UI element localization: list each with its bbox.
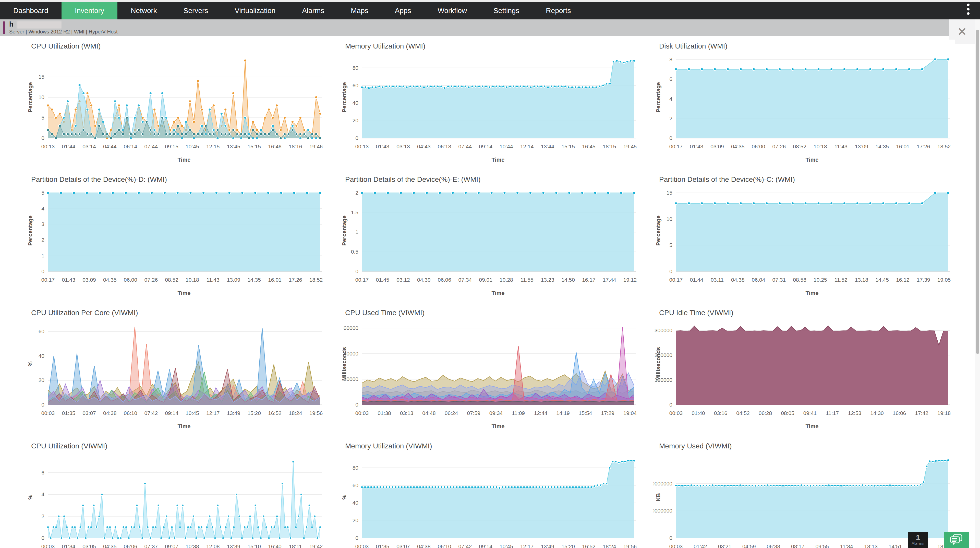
chart-plot-5[interactable]: 00.511.5200:1701:4503:1204:3906:0607:340… [339,186,641,298]
svg-text:0: 0 [41,268,45,274]
chart-title: Partition Details of the Device(%)-E: (W… [339,173,641,186]
nav-item-network[interactable]: Network [118,2,170,19]
svg-text:06:13: 06:13 [438,143,451,150]
svg-text:03:09: 03:09 [710,143,724,150]
chart-plot-6[interactable]: 05101500:1701:4403:1104:3806:0407:3108:5… [654,186,955,298]
svg-text:6: 6 [41,470,45,475]
chart-card-11: Memory Utilization (VIWMI)02040608000:03… [339,440,641,548]
chart-title: Partition Details of the Device(%)-C: (W… [654,173,955,186]
svg-text:13:13: 13:13 [864,543,878,548]
nav-item-maps[interactable]: Maps [337,2,381,19]
nav-item-workflow[interactable]: Workflow [425,2,480,19]
svg-text:17:44: 17:44 [603,277,616,283]
chat-icon [950,534,963,546]
chart-card-8: CPU Used Time (VIWMI)020000400006000000:… [339,306,641,429]
svg-text:17:42: 17:42 [915,410,928,416]
svg-text:300000: 300000 [654,327,672,333]
nav-item-alarms[interactable]: Alarms [289,2,337,19]
svg-text:10: 10 [667,216,672,222]
chart-card-9: CPU Idle Time (VIWMI)0100000200000300000… [654,306,955,429]
svg-text:12:08: 12:08 [206,543,220,548]
svg-text:KB: KB [655,493,662,501]
svg-text:04:38: 04:38 [417,543,431,548]
svg-text:16:17: 16:17 [582,277,595,283]
chart-plot-10[interactable]: 024600:0301:3403:0504:3506:0607:3709:071… [25,452,327,548]
svg-text:19:18: 19:18 [937,410,951,416]
svg-text:0: 0 [669,135,672,141]
chart-card-5: Partition Details of the Device(%)-E: (W… [339,173,641,295]
svg-text:13:45: 13:45 [227,143,240,150]
chart-plot-2[interactable]: 02040608000:1301:4303:1304:4306:1307:440… [339,53,641,165]
chat-button[interactable] [944,532,969,548]
svg-text:00:03: 00:03 [41,410,55,416]
nav-item-virtualization[interactable]: Virtualization [221,2,289,19]
svg-text:18:52: 18:52 [937,143,951,150]
svg-text:%: % [341,495,347,500]
chart-plot-1[interactable]: 05101500:1301:4403:1404:4406:1407:4409:1… [25,53,327,165]
svg-text:06:04: 06:04 [752,277,765,283]
svg-text:10:45: 10:45 [186,410,199,416]
svg-text:09:55: 09:55 [815,543,829,548]
svg-text:2: 2 [669,115,672,121]
svg-text:1.5: 1.5 [351,209,358,215]
svg-text:04:44: 04:44 [103,143,117,150]
nav-item-servers[interactable]: Servers [170,2,221,19]
svg-text:17:26: 17:26 [289,277,302,283]
svg-text:Time: Time [806,423,819,430]
chart-plot-11[interactable]: 02040608000:0301:3503:0704:3806:1007:420… [339,452,641,548]
svg-text:13:49: 13:49 [541,543,554,548]
svg-text:0: 0 [355,268,358,274]
svg-text:5: 5 [669,242,672,248]
svg-text:60: 60 [353,483,358,488]
chart-plot-7[interactable]: 020406000:0301:3503:0704:3806:1007:4209:… [25,319,327,431]
svg-text:10:45: 10:45 [186,143,199,150]
alarm-badge[interactable]: 1 Alarms [908,532,928,548]
svg-text:19:05: 19:05 [937,277,951,283]
chart-plot-8[interactable]: 020000400006000000:0301:3803:1304:4806:2… [339,319,641,431]
svg-text:13:39: 13:39 [227,543,240,548]
svg-text:16:52: 16:52 [582,543,595,548]
svg-text:10:25: 10:25 [814,277,827,283]
chart-plot-4[interactable]: 01234500:1701:4303:0904:3506:0007:2608:5… [25,186,327,298]
svg-text:04:35: 04:35 [103,543,117,548]
svg-text:03:16: 03:16 [714,410,727,416]
svg-text:0: 0 [355,135,358,141]
chart-plot-9[interactable]: 010000020000030000000:0301:4003:1604:520… [654,319,955,431]
nav-item-reports[interactable]: Reports [533,2,584,19]
redacted-hostname [17,21,62,29]
svg-text:06:06: 06:06 [438,277,451,283]
svg-text:12:14: 12:14 [520,143,534,150]
kebab-menu-icon[interactable] [966,3,971,15]
svg-text:10:45: 10:45 [500,543,513,548]
svg-text:07:44: 07:44 [145,143,158,150]
svg-text:Percentage: Percentage [27,82,33,113]
chart-plot-3[interactable]: 0246800:1701:4303:0904:3506:0007:2608:52… [654,53,955,165]
svg-text:12:17: 12:17 [520,543,534,548]
svg-text:60000: 60000 [344,325,358,331]
scrollbar-thumb[interactable] [976,30,979,354]
chart-card-7: CPU Utilization Per Core (VIWMI)02040600… [25,306,327,429]
scrollbar-track[interactable] [975,19,980,548]
svg-text:12:17: 12:17 [206,410,220,416]
svg-text:14:30: 14:30 [870,410,884,416]
svg-text:07:59: 07:59 [467,410,480,416]
svg-text:04:39: 04:39 [417,277,431,283]
svg-text:00:13: 00:13 [355,143,369,150]
svg-text:06:10: 06:10 [438,543,451,548]
svg-text:07:37: 07:37 [145,543,158,548]
svg-text:20: 20 [353,517,358,523]
svg-text:11:34: 11:34 [840,543,853,548]
svg-text:Percentage: Percentage [655,215,662,246]
chart-card-10: CPU Utilization (VIWMI)024600:0301:3403:… [25,440,327,548]
svg-text:06:06: 06:06 [124,543,137,548]
svg-text:16:40: 16:40 [268,543,282,548]
nav-item-inventory[interactable]: Inventory [62,2,118,19]
nav-item-dashboard[interactable]: Dashboard [0,2,62,19]
svg-text:Milliseconds: Milliseconds [655,347,662,381]
svg-text:03:12: 03:12 [396,277,410,283]
nav-item-apps[interactable]: Apps [382,2,425,19]
svg-text:07:26: 07:26 [772,143,786,150]
nav-item-settings[interactable]: Settings [480,2,533,19]
svg-text:01:43: 01:43 [62,277,75,283]
main-navbar: DashboardInventoryNetworkServersVirtuali… [0,2,980,19]
